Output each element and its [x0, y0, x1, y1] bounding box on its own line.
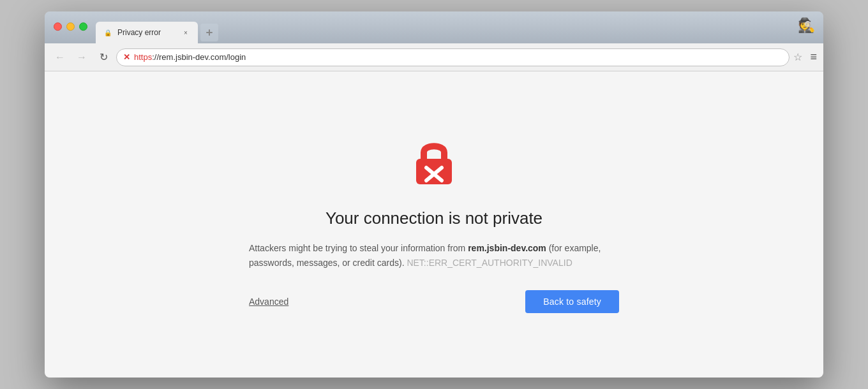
reload-button[interactable]: ↻ — [94, 48, 112, 66]
error-actions: Advanced Back to safety — [249, 290, 619, 313]
back-icon: ← — [55, 52, 65, 63]
url-display: https://rem.jsbin-dev.com/login — [134, 52, 246, 62]
error-container: Your connection is not private Attackers… — [236, 136, 632, 313]
new-tab-button[interactable] — [200, 24, 218, 41]
active-tab[interactable]: 🔒 Privacy error × — [96, 22, 198, 43]
back-button[interactable]: ← — [51, 48, 69, 66]
new-tab-icon — [204, 27, 214, 38]
lock-error-icon — [408, 136, 460, 187]
svg-rect-2 — [416, 159, 452, 184]
https-error-icon: ✕ — [123, 52, 130, 62]
error-code: NET::ERR_CERT_AUTHORITY_INVALID — [405, 258, 572, 268]
menu-icon[interactable]: ≡ — [810, 50, 817, 64]
close-button[interactable] — [54, 22, 62, 31]
maximize-button[interactable] — [79, 22, 87, 31]
minimize-button[interactable] — [66, 22, 75, 31]
url-https-part: https — [134, 52, 152, 62]
address-bar[interactable]: ✕ https://rem.jsbin-dev.com/login — [116, 48, 789, 66]
toolbar: ← → ↻ ✕ https://rem.jsbin-dev.com/login … — [45, 43, 823, 71]
description-domain: rem.jsbin-dev.com — [468, 243, 546, 253]
page-content: Your connection is not private Attackers… — [45, 71, 823, 378]
error-title: Your connection is not private — [326, 209, 542, 228]
spy-icon: 🕵️ — [797, 16, 816, 35]
error-description: Attackers might be trying to steal your … — [249, 241, 619, 270]
tabs-area: 🔒 Privacy error × — [96, 11, 218, 43]
title-bar: 🔒 Privacy error × 🕵️ — [45, 11, 823, 43]
lock-error-icon-wrapper — [408, 136, 460, 189]
reload-icon: ↻ — [100, 51, 108, 63]
forward-icon: → — [77, 52, 87, 63]
tab-favicon: 🔒 — [103, 28, 112, 37]
back-to-safety-button[interactable]: Back to safety — [525, 290, 619, 313]
bookmark-star-icon[interactable]: ☆ — [793, 51, 802, 63]
tab-close-button[interactable]: × — [181, 28, 190, 37]
tab-title: Privacy error — [117, 28, 161, 37]
browser-window: 🔒 Privacy error × 🕵️ ← → ↻ ✕ — [45, 11, 823, 378]
advanced-link[interactable]: Advanced — [249, 297, 288, 307]
description-before: Attackers might be trying to steal your … — [249, 243, 468, 253]
svg-rect-1 — [209, 29, 210, 36]
forward-button[interactable]: → — [73, 48, 91, 66]
url-rest-part: ://rem.jsbin-dev.com/login — [152, 52, 246, 62]
traffic-lights — [54, 22, 87, 31]
